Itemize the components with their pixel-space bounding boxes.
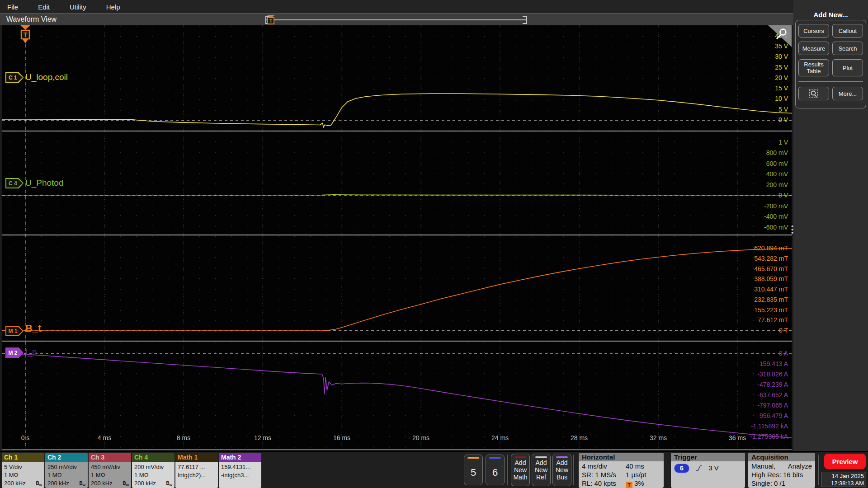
axis-tick-label: -637.652 A (757, 391, 788, 399)
add-new-ref-button[interactable]: AddNewRef (532, 454, 551, 486)
channel-badge-m2[interactable]: M 2 (5, 347, 24, 358)
channel-name: Ch 3 (89, 453, 131, 462)
axis-tick-label: -400 mV (764, 213, 788, 220)
add-button-label: AddNewRef (535, 459, 547, 481)
horizontal-position-bar[interactable]: T (264, 15, 528, 25)
time-tick-label: 20 ms (412, 434, 429, 441)
zoom-corner-button[interactable] (767, 25, 792, 47)
horizontal-panel[interactable]: Horizontal 4 ms/div40 ms SR: 1 MS/s1 µs/… (579, 453, 664, 488)
channel-label-m1: B_t (25, 323, 41, 334)
cursors-button[interactable]: Cursors (798, 24, 829, 38)
axis-tick-label: 0 V (778, 116, 788, 123)
time-tick-label: 8 ms (177, 434, 190, 441)
right-sidebar: Add New... Cursors Callout Measure Searc… (793, 0, 868, 451)
channel-label-c4: U_Photod (25, 178, 64, 188)
channel-setting-text: Intg(ch2)... (178, 471, 206, 479)
add-new-bus-button[interactable]: AddNewBus (552, 454, 571, 486)
more-button[interactable]: More... (832, 87, 863, 100)
axis-tick-label: 155.223 mT (754, 306, 788, 314)
channel-settings-ch1[interactable]: Ch 15 V/div1 MΩ200 kHzBw (2, 453, 44, 488)
results-table-button[interactable]: Results Table (798, 59, 829, 76)
axis-tick-label: 77.612 mT (758, 316, 788, 324)
measure-button[interactable]: Measure (798, 42, 829, 55)
channel-badge-c4[interactable]: C 4 (5, 178, 24, 188)
horizontal-resolution: 1 µs/pt (626, 470, 646, 479)
channel-badge-m1[interactable]: M 1 (5, 326, 24, 336)
menu-item-help[interactable]: Help (106, 3, 120, 11)
axis-tick-label: 620.894 mT (754, 244, 788, 252)
channel-badge-c1[interactable]: C 1 (5, 72, 24, 83)
channel-name: Ch 2 (45, 453, 88, 462)
dot-grid (2, 25, 792, 450)
horizontal-title: Horizontal (579, 453, 664, 461)
channel-setting-text: 77.6117 ... (178, 463, 205, 471)
acquisition-panel[interactable]: Acquisition Manual,Analyze High Res: 16 … (748, 453, 815, 488)
add-new-math-button[interactable]: AddNewMath (511, 454, 530, 486)
add-button-label: AddNewMath (513, 459, 527, 481)
datetime-display: 14 Jan 2025 12:38:13 AM (821, 472, 866, 487)
waveform-button-5[interactable]: 5 (464, 455, 483, 485)
channel-setting-text: 5 V/div (4, 463, 22, 471)
trigger-time-flag[interactable]: T (19, 25, 32, 45)
color-stripe (556, 456, 568, 458)
waveform-button-6[interactable]: 6 (486, 455, 505, 485)
menu-item-utility[interactable]: Utility (70, 3, 86, 11)
axis-tick-label: -1.275305 kA (750, 433, 788, 440)
menu-item-file[interactable]: File (7, 3, 18, 11)
callout-button[interactable]: Callout (832, 24, 863, 38)
search-button[interactable]: Search (832, 42, 863, 55)
tab-waveform-view[interactable]: Waveform View (6, 15, 57, 23)
badge-id: M 1 (5, 326, 20, 336)
horizontal-sample-rate: SR: 1 MS/s (582, 470, 616, 479)
channel-setting-text: 1 MΩ (134, 471, 148, 479)
divider (573, 455, 574, 485)
waveform-view-header: Waveform View T (0, 14, 793, 25)
axis-tick-label: 400 mV (766, 170, 788, 178)
horizontal-position: 3% (634, 479, 644, 487)
channel-settings-math1[interactable]: Math 177.6117 ...Intg(ch2)... (175, 453, 218, 488)
zoom-select-button[interactable] (798, 87, 829, 100)
axis-tick-label: -478.239 A (757, 381, 788, 388)
color-stripe (489, 457, 501, 459)
badge-id: C 1 (5, 72, 20, 83)
axis-tick-label: 1 V (778, 139, 788, 146)
axis-tick-label: 10 V (775, 95, 788, 102)
axis-tick-label: 465.670 mT (754, 265, 788, 272)
panel-splitter-handle[interactable]: ••• (791, 225, 793, 234)
axis-tick-label: -600 mV (764, 224, 788, 231)
svg-text:T: T (24, 31, 28, 38)
horizontal-scale: 4 ms/div (582, 462, 607, 470)
axis-tick-label: 232.835 mT (754, 296, 788, 303)
channel-settings-ch4[interactable]: Ch 4200 mV/div1 MΩ200 kHzBw (132, 453, 175, 488)
axis-tick-label: -1.115892 kA (751, 422, 788, 430)
channel-setting-text: 159.4131... (221, 463, 250, 471)
axis-tick-label: -956.479 A (757, 412, 788, 419)
axis-tick-label: 0 V (778, 192, 788, 199)
trigger-marker-t: T (269, 18, 273, 23)
menu-item-edit[interactable]: Edit (38, 3, 50, 11)
channel-settings-ch3[interactable]: Ch 3450 mV/div1 MΩ200 kHzBw (89, 453, 131, 488)
horizontal-window: 40 ms (626, 462, 644, 470)
badge-id: M 2 (5, 347, 20, 358)
time-tick-label: 36 ms (729, 434, 746, 441)
badge-id: C 4 (5, 178, 20, 188)
preview-button[interactable]: Preview (824, 454, 866, 469)
color-stripe (514, 456, 526, 458)
bottom-settings-bar: Ch 15 V/div1 MΩ200 kHzBwCh 2250 mV/div1 … (0, 451, 868, 488)
axis-tick-label: 388.059 mT (754, 275, 788, 282)
channel-settings-ch2[interactable]: Ch 2250 mV/div1 MΩ200 kHzBw (45, 453, 88, 488)
channel-setting-text: 200 kHz (4, 479, 26, 488)
trigger-level: 3 V (708, 464, 719, 472)
channel-label-m2: I_p (25, 347, 37, 357)
trigger-panel[interactable]: Trigger 6 3 V (671, 453, 745, 488)
waveform-plot[interactable]: T 40 V35 V30 V25 V20 V15 V10 V5 V0 V1 V8… (2, 25, 792, 450)
acquisition-mode: Manual, (751, 462, 775, 470)
plot-button[interactable]: Plot (832, 59, 863, 76)
add-new-panel: Cursors Callout Measure Search Results T… (795, 20, 866, 108)
bandwidth-limit-icon: Bw (36, 479, 42, 488)
channel-setting-text: 1 MΩ (47, 471, 61, 479)
acquisition-resolution: High Res: 16 bits (751, 470, 812, 479)
time-tick-label: 4 ms (98, 434, 111, 441)
channel-settings-math2[interactable]: Math 2159.4131...-intg(ch3... (219, 453, 261, 488)
axis-tick-label: -200 mV (764, 202, 788, 210)
